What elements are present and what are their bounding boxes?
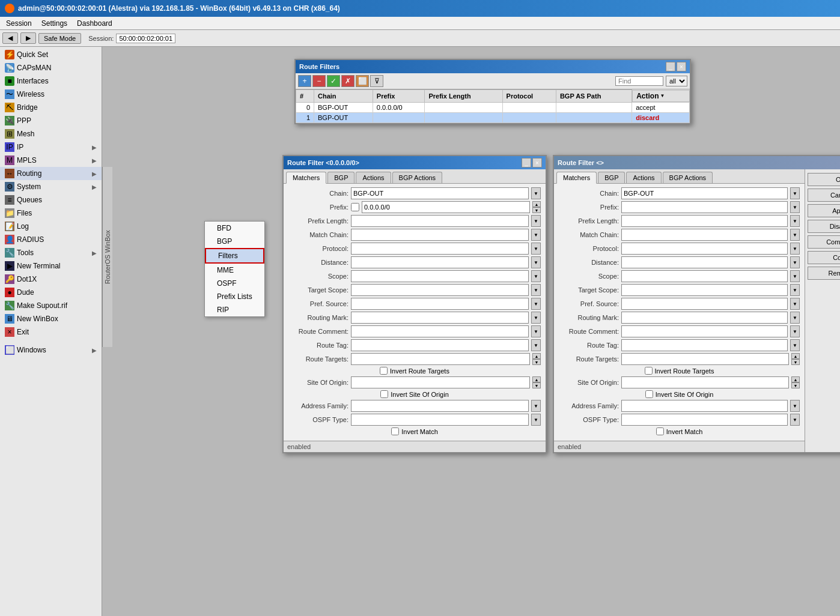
r-protocol-input[interactable] — [621, 243, 788, 255]
r-invert-rt-checkbox[interactable] — [645, 367, 653, 375]
prefix-up[interactable]: ▲ — [532, 201, 541, 207]
disable-button[interactable]: ✗ — [341, 75, 355, 87]
route-tag-arrow[interactable]: ▼ — [531, 339, 541, 351]
menu-settings[interactable]: Settings — [38, 18, 71, 29]
tab-matchers-left[interactable]: Matchers — [286, 172, 326, 184]
apply-button[interactable]: Apply — [808, 204, 840, 217]
chain-dropdown-arrow[interactable]: ▼ — [531, 187, 541, 199]
sidebar-item-queues[interactable]: ≡ Queues — [0, 193, 102, 207]
sidebar-item-system[interactable]: ⚙ System ▶ — [0, 180, 102, 193]
comment-button[interactable]: Comment — [808, 235, 840, 249]
route-filter-left-titlebar[interactable]: Route Filter <0.0.0.0/0> _ × — [284, 156, 546, 169]
table-row[interactable]: 1 BGP-OUT discard — [296, 112, 690, 122]
tab-bgp-right[interactable]: BGP — [598, 172, 625, 183]
r-rt-down[interactable]: ▼ — [791, 359, 800, 365]
r-invert-match-checkbox[interactable] — [656, 427, 664, 435]
sidebar-item-files[interactable]: 📁 Files — [0, 207, 102, 220]
submenu-bgp[interactable]: BGP — [205, 235, 264, 248]
add-button[interactable]: + — [298, 75, 311, 87]
r-match-chain-input[interactable] — [621, 229, 788, 241]
route-filter-right-titlebar[interactable]: Route Filter <> _ × — [554, 156, 840, 169]
sidebar-item-windows[interactable]: ⬜ Windows ▶ — [0, 343, 102, 357]
route-comment-input[interactable] — [351, 325, 529, 337]
tab-actions-right[interactable]: Actions — [626, 172, 661, 183]
invert-soo-checkbox[interactable] — [380, 390, 388, 398]
r-soo-input[interactable] — [621, 376, 789, 388]
close-button[interactable]: × — [677, 62, 686, 71]
tab-bgp-actions-left[interactable]: BGP Actions — [392, 172, 443, 183]
scope-arrow[interactable]: ▼ — [531, 270, 541, 282]
r-prefix-arrow[interactable]: ▼ — [790, 201, 800, 213]
prefix-length-arrow[interactable]: ▼ — [531, 215, 541, 227]
scope-input[interactable] — [351, 270, 529, 282]
chain-input[interactable] — [351, 187, 529, 199]
table-row[interactable]: 0 BGP-OUT 0.0.0.0/0 accept — [296, 102, 690, 112]
copy-button[interactable]: Copy — [808, 251, 840, 264]
ospf-type-arrow[interactable]: ▼ — [531, 414, 541, 426]
ok-button[interactable]: OK — [808, 173, 840, 186]
close-left[interactable]: × — [532, 158, 542, 168]
sidebar-item-supout[interactable]: 🔧 Make Supout.rif — [0, 299, 102, 312]
route-filters-titlebar[interactable]: Route Filters _ × — [296, 60, 690, 73]
sidebar-item-bridge[interactable]: ⛏ Bridge — [0, 101, 102, 114]
r-target-scope-arrow[interactable]: ▼ — [790, 284, 800, 296]
menu-dashboard[interactable]: Dashboard — [73, 18, 116, 29]
disable-button[interactable]: Disable — [808, 220, 840, 233]
r-soo-up[interactable]: ▲ — [791, 376, 800, 382]
prefix-checkbox[interactable] — [351, 203, 359, 211]
sidebar-item-interfaces[interactable]: ■ Interfaces — [0, 74, 102, 88]
protocol-arrow[interactable]: ▼ — [531, 243, 541, 255]
ospf-type-input[interactable] — [351, 414, 529, 426]
address-family-input[interactable] — [351, 400, 529, 412]
r-distance-input[interactable] — [621, 256, 788, 268]
r-af-arrow[interactable]: ▼ — [790, 400, 800, 412]
submenu-prefix-lists[interactable]: Prefix Lists — [205, 290, 264, 303]
submenu-bfd[interactable]: BFD — [205, 222, 264, 235]
sidebar-item-log[interactable]: 📝 Log — [0, 220, 102, 233]
tab-bgp-actions-right[interactable]: BGP Actions — [663, 172, 713, 183]
forward-button[interactable]: ▶ — [20, 32, 36, 44]
address-family-arrow[interactable]: ▼ — [531, 400, 541, 412]
r-scope-input[interactable] — [621, 270, 788, 282]
sidebar-item-dude[interactable]: ● Dude — [0, 286, 102, 299]
r-route-targets-input[interactable] — [621, 353, 789, 365]
r-af-input[interactable] — [621, 400, 788, 412]
sidebar-item-routing[interactable]: ↔ Routing ▶ — [0, 167, 102, 180]
submenu-rip[interactable]: RIP — [205, 303, 264, 316]
remove-button[interactable]: Remove — [808, 267, 840, 280]
tab-matchers-right[interactable]: Matchers — [556, 172, 597, 184]
distance-input[interactable] — [351, 256, 529, 268]
r-ospf-arrow[interactable]: ▼ — [790, 414, 800, 426]
sidebar-item-tools[interactable]: 🔧 Tools ▶ — [0, 246, 102, 259]
safemode-button[interactable]: Safe Mode — [38, 33, 81, 44]
cancel-button[interactable]: Cancel — [808, 189, 840, 202]
r-prefix-length-input[interactable] — [621, 215, 788, 227]
submenu-mme[interactable]: MME — [205, 264, 264, 277]
distance-arrow[interactable]: ▼ — [531, 256, 541, 268]
submenu-ospf[interactable]: OSPF — [205, 277, 264, 290]
pref-source-input[interactable] — [351, 298, 529, 310]
soo-down[interactable]: ▼ — [532, 382, 541, 388]
r-route-tag-arrow[interactable]: ▼ — [790, 339, 800, 351]
r-scope-arrow[interactable]: ▼ — [790, 270, 800, 282]
sidebar-item-capsman[interactable]: 📡 CAPsMAN — [0, 61, 102, 74]
soo-up[interactable]: ▲ — [532, 376, 541, 382]
sidebar-item-dot1x[interactable]: 🔑 Dot1X — [0, 273, 102, 286]
match-chain-input[interactable] — [351, 229, 529, 241]
r-route-comment-input[interactable] — [621, 325, 788, 337]
filter-button[interactable]: ⊽ — [370, 75, 383, 87]
target-scope-input[interactable] — [351, 284, 529, 296]
sidebar-item-mesh[interactable]: ⊞ Mesh — [0, 127, 102, 140]
r-soo-down[interactable]: ▼ — [791, 382, 800, 388]
back-button[interactable]: ◀ — [2, 32, 18, 44]
find-input[interactable] — [615, 76, 663, 86]
r-prefix-length-arrow[interactable]: ▼ — [790, 215, 800, 227]
site-of-origin-input[interactable] — [351, 376, 530, 388]
target-scope-arrow[interactable]: ▼ — [531, 284, 541, 296]
r-target-scope-input[interactable] — [621, 284, 788, 296]
minimize-button[interactable]: _ — [666, 62, 675, 71]
r-chain-arrow[interactable]: ▼ — [790, 187, 800, 199]
remove-button[interactable]: − — [312, 75, 326, 87]
sidebar-item-wireless[interactable]: 〜 Wireless — [0, 88, 102, 101]
r-route-tag-input[interactable] — [621, 339, 788, 351]
